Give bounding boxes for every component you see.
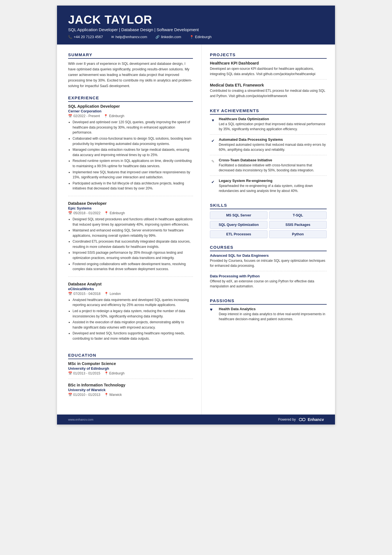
bullet-item: Maintained and enhanced existing SQL Ser…: [73, 228, 193, 238]
calendar-icon-edu1: 📅: [68, 371, 72, 375]
course-title-1: Advanced SQL for Data Engineers: [210, 253, 327, 258]
skill-ms-sql: MS SQL Server: [210, 211, 267, 219]
achievement-icon-4: ✔: [210, 179, 216, 185]
bullet-item: Coordinated ETL processes that successfu…: [73, 239, 193, 249]
courses-title: COURSES: [210, 245, 327, 251]
experience-item-1: SQL Application Developer Cerner Corpora…: [68, 104, 193, 196]
pin-icon-1: 📍: [104, 114, 108, 118]
phone-contact: 📞 +44 20 7123 4567: [68, 35, 103, 39]
edu-item-2: BSc in Information Technology University…: [68, 383, 193, 400]
exp-meta-2: 📅 05/2018 - 01/2022 📍 Edinburgh: [68, 211, 193, 215]
course-title-2: Data Processing with Python: [210, 274, 327, 278]
edu-meta-2: 📅 01/2010 - 01/2013 📍 Warwick: [68, 393, 193, 397]
edu-dates-1: 📅 01/2013 - 01/2015: [68, 371, 100, 375]
passion-item-1: ♥ Health Data Analytics Deep interest in…: [210, 307, 327, 322]
achievements-section: KEY ACHIEVEMENTS ♥ Healthcare Data Optim…: [210, 108, 327, 196]
left-column: SUMMARY With over 8 years of experience …: [57, 45, 202, 414]
achievement-icon-2: ✔: [210, 138, 216, 144]
enhancv-brand-name: Enhancv: [308, 417, 324, 422]
resume-document: JACK TAYLOR SQL Application Developer | …: [57, 6, 335, 425]
phone-icon: 📞: [68, 35, 72, 39]
resume-body: SUMMARY With over 8 years of experience …: [57, 45, 335, 414]
calendar-icon-1: 📅: [68, 114, 72, 118]
exp-meta-1: 📅 02/2022 - Present 📍 Edinburgh: [68, 114, 193, 118]
skills-section: SKILLS MS SQL Server T-SQL SQL Query Opt…: [210, 203, 327, 238]
skill-tsql: T-SQL: [269, 211, 327, 219]
project-title-2: Medical Data ETL Framework: [210, 83, 327, 87]
footer-website: www.enhancv.com: [68, 418, 93, 421]
job-title-3: Database Analyst: [68, 282, 193, 286]
exp-dates-3: 📅 07/2015 - 04/2018: [68, 292, 100, 296]
experience-item-2: Database Developer Epic Systems 📅 05/201…: [68, 201, 193, 277]
summary-title: SUMMARY: [68, 52, 193, 59]
experience-item-3: Database Analyst eClinicalWorks 📅 07/201…: [68, 282, 193, 346]
footer-brand: Powered by Enhancv: [278, 417, 324, 422]
exp-dates-2: 📅 05/2018 - 01/2022: [68, 211, 100, 215]
achievement-content-3: Cross-Team Database Initiative Facilitat…: [219, 158, 327, 173]
passion-content-1: Health Data Analytics Deep interest in u…: [219, 307, 327, 322]
projects-section: PROJECTS Healthcare KPI Dashboard Develo…: [210, 52, 327, 101]
course-item-2: Data Processing with Python Offered by e…: [210, 274, 327, 292]
bullet-item: Implemented new SQL features that improv…: [73, 170, 193, 180]
calendar-icon-edu2: 📅: [68, 393, 72, 397]
course-desc-1: Provided by Coursera, focuses on intrica…: [210, 258, 327, 268]
project-item-2: Medical Data ETL Framework Contributed t…: [210, 83, 327, 101]
job-title-2: Database Developer: [68, 201, 193, 206]
email-contact: ✉ help@enhancv.com: [111, 35, 147, 39]
education-section: EDUCATION MSc in Computer Science Univer…: [68, 353, 193, 400]
bullet-item: Improved SSIS package performance by 35%…: [73, 250, 193, 260]
company-2: Epic Systems: [68, 206, 193, 210]
achievement-item-3: ✎ Cross-Team Database Initiative Facilit…: [210, 158, 327, 176]
exp-location-1: 📍 Edinburgh: [104, 114, 124, 118]
pin-icon-2: 📍: [104, 211, 108, 215]
job-title-1: SQL Application Developer: [68, 104, 193, 108]
achievement-desc-2: Developed automated systems that reduced…: [219, 142, 327, 152]
resume-header: JACK TAYLOR SQL Application Developer | …: [57, 6, 335, 45]
passions-title: PASSIONS: [210, 298, 327, 305]
achievement-title-4: Legacy System Re-engineering: [219, 179, 327, 183]
skill-query-opt: SQL Query Optimization: [210, 221, 267, 229]
course-item-1: Advanced SQL for Data Engineers Provided…: [210, 253, 327, 271]
edu-location-2: 📍 Warwick: [104, 393, 122, 397]
calendar-icon-3: 📅: [68, 292, 72, 296]
email-icon: ✉: [111, 35, 114, 39]
bullet-item: Developed and optimised over 120 SQL que…: [73, 120, 193, 135]
exp-location-3: 📍 London: [104, 292, 121, 296]
achievement-item-4: ✔ Legacy System Re-engineering Spearhead…: [210, 179, 327, 196]
achievement-title-1: Healthcare Data Optimization: [219, 117, 327, 121]
edu-dates-2: 📅 01/2010 - 01/2013: [68, 393, 100, 397]
achievement-desc-3: Facilitated a database initiative with c…: [219, 163, 327, 173]
location-contact: 📍 Edinburgh: [190, 35, 212, 39]
pin-icon-3: 📍: [104, 292, 108, 296]
edu-school-1: University of Edinburgh: [68, 366, 193, 371]
passion-icon-1: ♥: [210, 307, 216, 312]
passions-section: PASSIONS ♥ Health Data Analytics Deep in…: [210, 298, 327, 322]
achievement-title-3: Cross-Team Database Initiative: [219, 158, 327, 162]
contact-info: 📞 +44 20 7123 4567 ✉ help@enhancv.com 🔗 …: [68, 35, 324, 39]
achievement-content-4: Legacy System Re-engineering Spearheaded…: [219, 179, 327, 193]
achievement-item-2: ✔ Automated Data Processing Systems Deve…: [210, 137, 327, 155]
skill-etl: ETL Processes: [210, 230, 267, 238]
experience-section: EXPERIENCE SQL Application Developer Cer…: [68, 95, 193, 346]
powered-by-label: Powered by: [278, 418, 296, 421]
company-3: eClinicalWorks: [68, 287, 193, 291]
passion-title-1: Health Data Analytics: [219, 307, 327, 311]
linkedin-icon: 🔗: [155, 35, 160, 39]
achievement-title-2: Automated Data Processing Systems: [219, 137, 327, 142]
skill-python: Python: [269, 230, 327, 238]
achievement-item-1: ♥ Healthcare Data Optimization Led a SQL…: [210, 117, 327, 135]
project-desc-1: Developed an open-source KPI dashboard f…: [210, 66, 327, 77]
achievement-content-2: Automated Data Processing Systems Develo…: [219, 137, 327, 152]
bullet-item: Participated actively in the full lifecy…: [73, 181, 193, 191]
candidate-title: SQL Application Developer | Database Des…: [68, 27, 324, 32]
projects-title: PROJECTS: [210, 52, 327, 59]
exp-bullets-2: Designed SQL stored procedures and funct…: [68, 217, 193, 272]
bullet-item: Fostered ongoing collaborations with sof…: [73, 262, 193, 272]
achievement-icon-3: ✎: [210, 158, 216, 164]
achievement-icon-1: ♥: [210, 117, 216, 123]
bullet-item: Assisted in the execution of data migrat…: [73, 320, 193, 330]
edu-location-1: 📍 Edinburgh: [104, 371, 125, 375]
project-title-1: Healthcare KPI Dashboard: [210, 61, 327, 65]
bullet-item: Collaborated with cross-functional teams…: [73, 136, 193, 146]
project-item-1: Healthcare KPI Dashboard Developed an op…: [210, 61, 327, 80]
